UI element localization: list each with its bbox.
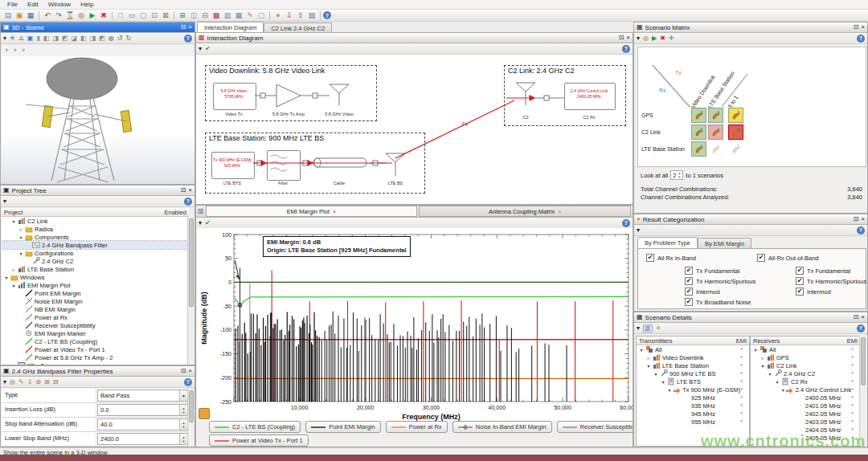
- view-back-icon[interactable]: ◪: [72, 35, 78, 42]
- expanded-arrow-icon[interactable]: ▾: [660, 379, 666, 385]
- window-3d-icon[interactable]: ▭: [126, 10, 137, 21]
- properties-header[interactable]: ▣ 2.4 GHz Bandpass Filter Properties ⊡ ×: [1, 366, 194, 377]
- render-icon[interactable]: ◍: [108, 35, 114, 42]
- filter-box[interactable]: [267, 150, 301, 181]
- tree-item-noise-emi-margin[interactable]: Noise EMI Margin: [2, 297, 189, 305]
- details-scrollbar[interactable]: [859, 336, 866, 445]
- dropdown-arrow-icon[interactable]: ▾: [179, 390, 187, 401]
- expanded-arrow-icon[interactable]: ▾: [760, 363, 766, 369]
- checkbox-intermod[interactable]: ✔Intermod: [685, 288, 720, 296]
- view-iso-icon[interactable]: ◧: [43, 35, 50, 42]
- checkbox-all-rx-out-of-band[interactable]: ✔All Rx Out-of-Band: [757, 254, 819, 262]
- axes-icon[interactable]: ⟁: [18, 35, 24, 42]
- project-tree-column-header[interactable]: Project Enabled: [2, 208, 189, 217]
- column-enabled[interactable]: Enabled: [164, 209, 186, 216]
- tree-item-windows[interactable]: ▾Windows: [2, 273, 189, 281]
- tree-item-configurations[interactable]: ▾Configurations: [2, 249, 189, 257]
- find-icon[interactable]: ◎: [643, 35, 649, 42]
- help-icon[interactable]: ?: [622, 45, 630, 53]
- brightness-icon[interactable]: ☀: [656, 325, 661, 332]
- tree-item-c2-rx[interactable]: ▾C2 Rx*: [751, 377, 860, 386]
- legend-c2-lte-bs-coupling-[interactable]: C2 - LTE BS (Coupling): [209, 421, 301, 433]
- tree-item-nb-emi-margin[interactable]: NB EMI Margin: [2, 305, 189, 313]
- tree-item-c2-link[interactable]: ▾C2 Link: [2, 217, 189, 225]
- column-project[interactable]: Project: [4, 209, 164, 216]
- redo-icon[interactable]: ↷: [53, 10, 64, 21]
- collapsed-arrow-icon[interactable]: ▹: [645, 355, 652, 361]
- close-icon[interactable]: ×: [188, 368, 192, 374]
- rotate-right-icon[interactable]: ↻: [125, 35, 131, 42]
- tree-item-2400-05-mhz[interactable]: 2400.05 MHz*: [751, 394, 860, 402]
- menu-edit[interactable]: Edit: [23, 1, 43, 8]
- checkbox-tx-broadband-noise[interactable]: ✔Tx Broadband Noise: [685, 298, 751, 306]
- scene-panel-header[interactable]: ▣ 3D - Scene ⊡ ×: [1, 22, 194, 33]
- checkbox-tx-fundamental[interactable]: ✔Tx Fundamental: [685, 267, 739, 275]
- transmitters-header[interactable]: Transmitters: [639, 337, 736, 345]
- antenna-tool-icon[interactable]: ⌖: [14, 47, 18, 54]
- menu-arrow-icon[interactable]: ▾: [3, 379, 6, 386]
- save-icon[interactable]: ▦: [25, 10, 36, 21]
- menu-arrow-icon[interactable]: ▾: [637, 325, 640, 332]
- abort-icon[interactable]: ✖: [660, 35, 665, 42]
- emi-column-header[interactable]: EMI: [847, 337, 858, 345]
- expanded-arrow-icon[interactable]: ▾: [645, 363, 652, 369]
- menu-arrow-icon[interactable]: ▾: [3, 198, 6, 205]
- menu-help[interactable]: Help: [76, 1, 97, 8]
- tab-by-emi-margin[interactable]: By EMI Margin: [698, 238, 751, 248]
- properties-scrollbar[interactable]: [187, 389, 194, 447]
- tree-item-945-mhz[interactable]: 945 MHz*: [637, 410, 749, 418]
- ruler-icon[interactable]: ▮: [36, 35, 39, 42]
- tree-item-point-emi-margin[interactable]: Point EMI Margin: [2, 289, 189, 297]
- checkbox-icon[interactable]: ✔: [685, 267, 693, 275]
- add-table-icon[interactable]: ⊞: [44, 379, 50, 386]
- matrix-cell-dish-icon[interactable]: [691, 124, 706, 140]
- tree-item-emi-margin-plot[interactable]: ▾EMI Margin Plot: [2, 281, 189, 289]
- help-icon[interactable]: ?: [184, 35, 192, 43]
- tree-item-c2-link[interactable]: ▾C2 Link*: [751, 361, 860, 369]
- checkbox-icon[interactable]: ✔: [685, 298, 693, 306]
- window-new-icon[interactable]: □: [115, 10, 126, 21]
- help-icon[interactable]: ?: [184, 198, 192, 206]
- edit-icon[interactable]: ✎: [18, 379, 24, 386]
- expanded-arrow-icon[interactable]: ▾: [3, 275, 10, 280]
- tree-item-2401-05-mhz[interactable]: 2401.05 MHz*: [751, 402, 860, 410]
- close-icon[interactable]: ×: [626, 35, 630, 41]
- layout-grid-icon[interactable]: ⊞: [177, 10, 188, 21]
- checkbox-icon[interactable]: ✔: [685, 288, 693, 296]
- checkbox-icon[interactable]: ✔: [796, 267, 804, 275]
- tree-item-video-downlink[interactable]: ▹Video Downlink*: [637, 353, 749, 361]
- expanded-arrow-icon[interactable]: ▾: [752, 347, 759, 353]
- antenna-tool-icon[interactable]: ⌖: [5, 47, 9, 54]
- project-tree-header[interactable]: ▣ Project Tree ⊡ ×: [1, 186, 194, 196]
- close-icon[interactable]: ×: [861, 314, 865, 320]
- report-icon[interactable]: ▧: [306, 10, 317, 21]
- project-tree-scrollbar[interactable]: [187, 217, 194, 365]
- tree-item-2-4-ghz-c2[interactable]: ▾2.4 GHz C2*: [751, 369, 860, 377]
- menu-arrow-icon[interactable]: ▾: [199, 220, 202, 226]
- run-icon[interactable]: ▶: [87, 10, 98, 21]
- window2-icon[interactable]: ▢: [256, 10, 267, 21]
- expanded-arrow-icon[interactable]: ▾: [18, 235, 24, 240]
- checkbox-icon[interactable]: ✔: [796, 288, 804, 296]
- close-icon[interactable]: ×: [861, 216, 865, 222]
- remove-icon[interactable]: ⊖: [35, 379, 41, 386]
- tree-item-2-4-ghz-bandpass-filter[interactable]: 2.4 GHz Bandpass Filter: [2, 241, 189, 249]
- tree-item-2404-05-mhz[interactable]: 2404.05 MHz*: [751, 426, 860, 434]
- tree-item-925-mhz[interactable]: 925 MHz*: [637, 394, 749, 402]
- window-cascade-icon[interactable]: ▢: [137, 10, 149, 21]
- tree-item-all[interactable]: ▾All*: [637, 345, 749, 353]
- menu-arrow-icon[interactable]: ▾: [637, 35, 640, 42]
- result-categorization-header[interactable]: ● Result Categorization ⊡ ×: [634, 214, 867, 225]
- tree-item-tx-900-mhz-e-gsm-[interactable]: ▾Tx 900 MHz (E-GSM)*: [637, 386, 749, 394]
- tree-item-2402-05-mhz[interactable]: 2402.05 MHz*: [751, 410, 860, 418]
- expanded-arrow-icon[interactable]: ▾: [10, 283, 17, 288]
- legend-power-at-rx[interactable]: Power at Rx: [386, 421, 448, 433]
- view-front-icon[interactable]: ◩: [62, 35, 68, 42]
- close-tab-icon[interactable]: ×: [558, 209, 561, 214]
- rotate-left-icon[interactable]: ↺: [117, 35, 123, 42]
- antenna-tool-icon[interactable]: ⌖: [22, 47, 26, 54]
- tab-by-problem-type[interactable]: By Problem Type: [637, 237, 698, 248]
- matrix-cell-dish-icon[interactable]: [728, 108, 743, 123]
- matrix-icon[interactable]: ▥: [222, 10, 233, 21]
- help-icon[interactable]: ?: [857, 324, 865, 332]
